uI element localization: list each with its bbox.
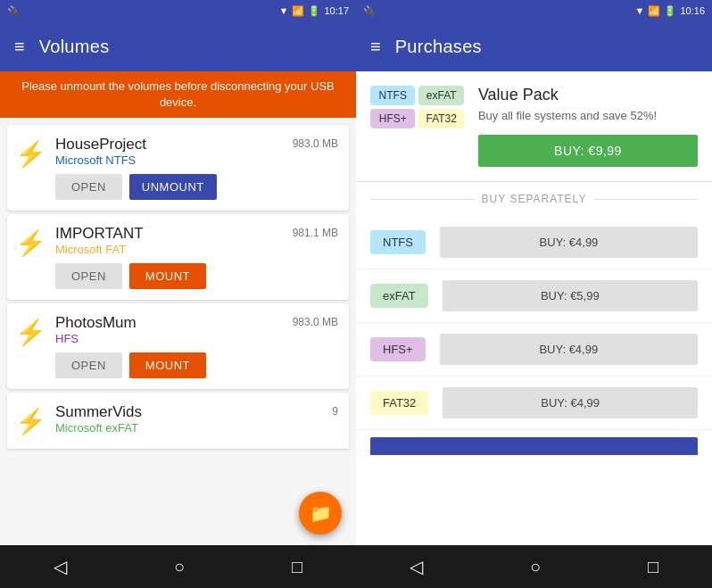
volume-type-important: Microsoft FAT xyxy=(55,243,338,256)
purchase-item-ntfs: NTFS BUY: €4,99 xyxy=(356,216,712,269)
volume-type-summervids: Microsoft exFAT xyxy=(55,421,338,435)
volume-size-important: 981.1 MB xyxy=(293,227,338,239)
nav-back-left[interactable]: ◁ xyxy=(36,549,85,584)
ntfs-badge-stack: NTFS xyxy=(370,86,415,105)
usb-status-icon: 🔌 xyxy=(7,5,20,17)
fat32-badge-stack: FAT32 xyxy=(418,109,463,128)
nav-bar-left: ◁ ○ □ xyxy=(0,545,356,588)
usb-icon-yellow: ⚡ xyxy=(14,228,46,258)
volume-card-housepproject: ⚡ HouseProject 983.0 MB Microsoft NTFS O… xyxy=(7,125,349,211)
nav-bar-right: ◁ ○ □ xyxy=(356,545,712,588)
hamburger-icon-right[interactable]: ≡ xyxy=(370,37,381,57)
status-bar-right: 🔌 ▼ 📶 🔋 10:16 xyxy=(356,0,712,21)
volume-info-houseproject: HouseProject 983.0 MB Microsoft NTFS OPE… xyxy=(55,136,338,200)
value-pack-title: Value Pack xyxy=(478,86,698,104)
usb-icon-purple: ⚡ xyxy=(14,318,46,347)
volumes-title: Volumes xyxy=(39,37,110,57)
purchase-item-fat32: FAT32 BUY: €4,99 xyxy=(356,377,712,430)
signal-icon: 📶 xyxy=(292,5,304,17)
open-button-important[interactable]: OPEN xyxy=(55,263,122,289)
battery-icon-right: 🔋 xyxy=(664,5,676,17)
volumes-screen: 🔌 ▼ 📶 🔋 10:17 ≡ Volumes Please unmount t… xyxy=(0,0,356,588)
mount-button-important[interactable]: MOUNT xyxy=(129,263,206,289)
buy-ntfs-button[interactable]: BUY: €4,99 xyxy=(440,227,698,258)
open-button-houseproject[interactable]: OPEN xyxy=(55,174,122,200)
wifi-icon-right: ▼ xyxy=(635,5,645,16)
nav-recent-left[interactable]: □ xyxy=(274,550,320,584)
usb-icon-green: ⚡ xyxy=(14,407,46,436)
fat32-badge: FAT32 xyxy=(370,391,428,415)
usb-status-icon-right: 🔌 xyxy=(363,5,376,17)
volume-name-photosmum: PhotosMum xyxy=(55,314,137,332)
volume-name-summervids: SummerVids xyxy=(55,403,142,421)
time-left: 10:17 xyxy=(324,5,349,16)
volume-actions-houseproject: OPEN UNMOUNT xyxy=(55,174,338,200)
bottom-partial-button xyxy=(370,437,698,455)
volume-size-photosmum: 983.0 MB xyxy=(293,316,338,328)
nav-home-left[interactable]: ○ xyxy=(156,550,203,584)
buy-separately-label: BUY SEPARATELY xyxy=(356,182,712,216)
purchases-screen: 🔌 ▼ 📶 🔋 10:16 ≡ Purchases NTFS exFAT HFS… xyxy=(356,0,712,588)
buy-exfat-button[interactable]: BUY: €5,99 xyxy=(443,280,698,311)
volume-size-summervids: 9 xyxy=(332,405,338,418)
volume-info-summervids: SummerVids 9 Microsoft exFAT xyxy=(55,403,338,442)
buy-hfsplus-button[interactable]: BUY: €4,99 xyxy=(440,334,698,365)
exfat-badge-stack: exFAT xyxy=(418,86,463,105)
purchases-content: NTFS exFAT HFS+ FAT32 Value Pack Buy all… xyxy=(356,71,712,545)
usb-icon-cyan: ⚡ xyxy=(14,139,46,169)
hfsplus-badge-stack: HFS+ xyxy=(370,109,415,128)
exfat-badge: exFAT xyxy=(370,284,428,308)
warning-banner: Please unmount the volumes before discon… xyxy=(0,71,356,118)
ntfs-badge: NTFS xyxy=(370,230,426,254)
value-pack-info: Value Pack Buy all file systems and save… xyxy=(478,86,698,167)
volume-actions-photosmum: OPEN MOUNT xyxy=(55,352,338,378)
unmount-button-houseproject[interactable]: UNMOUNT xyxy=(129,174,217,200)
nav-recent-right[interactable]: □ xyxy=(630,550,676,584)
nav-home-right[interactable]: ○ xyxy=(512,550,559,584)
fab-icon: 📁 xyxy=(310,502,332,524)
volume-size-houseproject: 983.0 MB xyxy=(293,137,338,150)
purchases-title: Purchases xyxy=(395,37,482,57)
volume-name-important: IMPORTANT xyxy=(55,225,144,243)
volume-card-summervids: ⚡ SummerVids 9 Microsoft exFAT xyxy=(7,393,349,449)
volume-info-photosmum: PhotosMum 983.0 MB HFS OPEN MOUNT xyxy=(55,314,338,378)
volume-info-important: IMPORTANT 981.1 MB Microsoft FAT OPEN MO… xyxy=(55,225,338,289)
volumes-app-bar: ≡ Volumes xyxy=(0,21,356,71)
volume-card-important: ⚡ IMPORTANT 981.1 MB Microsoft FAT OPEN … xyxy=(7,214,349,300)
hamburger-icon-left[interactable]: ≡ xyxy=(14,37,25,57)
hfsplus-badge: HFS+ xyxy=(370,337,426,361)
value-pack-section: NTFS exFAT HFS+ FAT32 Value Pack Buy all… xyxy=(356,71,712,182)
signal-icon-right: 📶 xyxy=(648,5,660,17)
wifi-icon: ▼ xyxy=(279,5,289,16)
time-right: 10:16 xyxy=(680,5,705,16)
buy-value-pack-button[interactable]: BUY: €9,99 xyxy=(478,135,698,167)
fs-badges-stack: NTFS exFAT HFS+ FAT32 xyxy=(370,86,464,128)
volume-type-photosmum: HFS xyxy=(55,332,338,345)
open-button-photosmum[interactable]: OPEN xyxy=(55,352,122,378)
volumes-content: Please unmount the volumes before discon… xyxy=(0,71,356,545)
volume-actions-important: OPEN MOUNT xyxy=(55,263,338,289)
nav-back-right[interactable]: ◁ xyxy=(392,549,441,584)
buy-fat32-button[interactable]: BUY: €4,99 xyxy=(443,387,698,418)
purchase-item-exfat: exFAT BUY: €5,99 xyxy=(356,269,712,323)
purchases-app-bar: ≡ Purchases xyxy=(356,21,712,71)
volumes-list: ⚡ HouseProject 983.0 MB Microsoft NTFS O… xyxy=(0,118,356,545)
fab-button[interactable]: 📁 xyxy=(299,492,342,534)
battery-icon: 🔋 xyxy=(308,5,320,17)
volume-type-houseproject: Microsoft NTFS xyxy=(55,153,338,167)
status-bar-left: 🔌 ▼ 📶 🔋 10:17 xyxy=(0,0,356,21)
value-pack-desc: Buy all file systems and save 52%! xyxy=(478,108,698,124)
volume-card-photosmum: ⚡ PhotosMum 983.0 MB HFS OPEN MOUNT xyxy=(7,303,349,389)
mount-button-photosmum[interactable]: MOUNT xyxy=(129,352,206,378)
purchase-item-hfsplus: HFS+ BUY: €4,99 xyxy=(356,323,712,377)
volume-name-houseproject: HouseProject xyxy=(55,136,146,153)
